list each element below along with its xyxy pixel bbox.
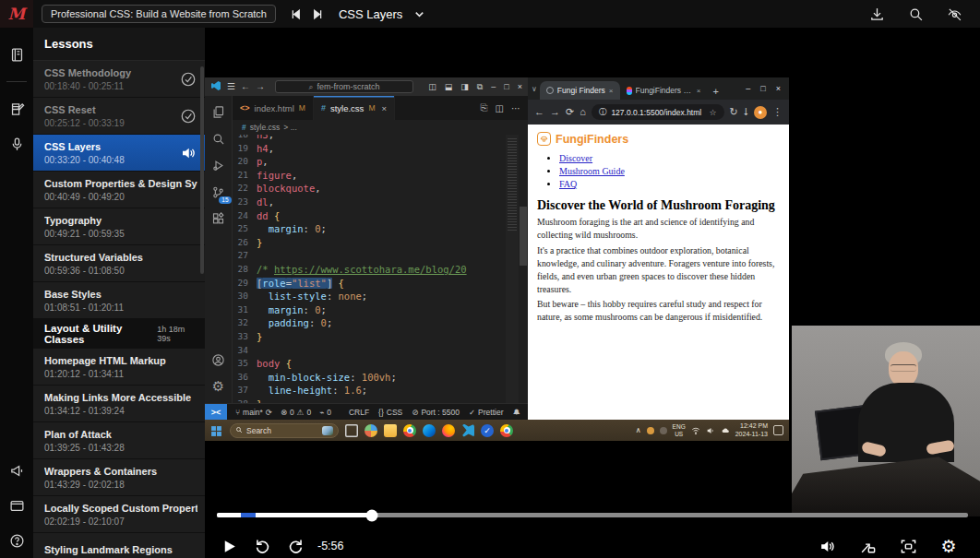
volume-icon[interactable] xyxy=(816,535,838,557)
layout-custom-icon[interactable]: ⧉ xyxy=(477,82,483,92)
layout-panel-icon[interactable]: ⬓ xyxy=(445,82,453,91)
editor-tab[interactable]: <>index.htmlM xyxy=(233,96,314,120)
todo-taskbar-icon[interactable]: ✓ xyxy=(481,424,494,437)
tray-app-icon-2[interactable] xyxy=(660,427,667,434)
chrome-profile-taskbar-icon[interactable] xyxy=(500,424,513,437)
browser-close-icon[interactable]: × xyxy=(776,84,781,93)
explorer-icon[interactable] xyxy=(209,101,229,122)
ports-status[interactable]: ⌁0 xyxy=(319,408,331,417)
eol-status[interactable]: CRLF xyxy=(349,408,369,417)
code-editor[interactable]: 18h3,19h4,20p,21figure,22blockquote,23dl… xyxy=(233,135,528,403)
lesson-item[interactable]: Styling Landmark Regions xyxy=(33,533,205,558)
next-lesson-icon[interactable] xyxy=(309,5,328,23)
browser-home-icon[interactable]: ⌂ xyxy=(580,107,586,117)
qa-icon[interactable] xyxy=(6,134,27,154)
forward-icon[interactable] xyxy=(284,535,306,557)
address-bar[interactable]: ⓘ 127.0.0.1:5500/index.html ☆ xyxy=(592,104,724,120)
firefox-taskbar-icon[interactable] xyxy=(442,424,455,437)
tab-search-icon[interactable]: ∨ xyxy=(532,85,537,93)
search-icon[interactable] xyxy=(906,5,925,23)
browser-maximize-icon[interactable]: □ xyxy=(760,84,765,93)
onedrive-icon[interactable] xyxy=(721,422,730,439)
bookmark-star-icon[interactable]: ☆ xyxy=(710,108,717,117)
more-actions-icon[interactable]: ⋯ xyxy=(511,103,520,113)
window-icon[interactable] xyxy=(6,495,27,516)
progress-bar[interactable] xyxy=(217,513,968,517)
new-tab-button[interactable]: + xyxy=(713,86,719,97)
edge-taskbar-icon[interactable] xyxy=(423,424,436,437)
browser-tab[interactable]: FungiFinders – Figma× xyxy=(620,81,708,100)
lesson-item[interactable]: Custom Properties & Design Sys...00:40:4… xyxy=(33,172,205,208)
tray-app-icon-1[interactable] xyxy=(647,427,654,434)
nav-link[interactable]: Discover xyxy=(559,153,592,163)
maximize-icon[interactable]: □ xyxy=(504,82,508,91)
minimize-icon[interactable]: – xyxy=(491,82,496,91)
downloads-icon[interactable]: ⭣ xyxy=(744,107,748,117)
run-debug-icon[interactable] xyxy=(209,155,229,175)
help-icon[interactable] xyxy=(6,530,27,551)
live-server-status[interactable]: ⊘Port : 5500 xyxy=(412,408,460,417)
site-info-icon[interactable]: ⓘ xyxy=(599,107,607,118)
nav-link[interactable]: Mushroom Guide xyxy=(559,166,625,176)
tray-clock[interactable]: 12:42 PM2024-11-13 xyxy=(735,422,768,438)
browser-reload-icon[interactable]: ⟳ xyxy=(566,107,574,117)
prettier-status[interactable]: ✓Prettier xyxy=(469,408,504,417)
extensions-puzzle-icon[interactable]: ↻ xyxy=(730,107,738,117)
play-icon[interactable] xyxy=(218,535,240,557)
search-activity-icon[interactable] xyxy=(209,128,229,148)
wifi-icon[interactable] xyxy=(691,422,700,439)
lesson-dropdown[interactable]: CSS Layers xyxy=(339,5,428,23)
profile-avatar[interactable]: ● xyxy=(754,106,767,119)
nav-link[interactable]: FAQ xyxy=(559,179,577,189)
nav-forward-icon[interactable]: → xyxy=(256,82,265,91)
browser-tab-close-icon[interactable]: × xyxy=(697,87,701,95)
menu-icon[interactable]: ☰ xyxy=(227,82,235,91)
layout-sidebar-icon[interactable]: ◫ xyxy=(428,82,436,91)
vscode-search-box[interactable]: ⌕fem-from-scratch xyxy=(275,80,413,93)
lessons-icon[interactable] xyxy=(6,44,27,65)
vscode-taskbar-icon[interactable] xyxy=(461,424,474,437)
browser-back-icon[interactable]: ← xyxy=(534,107,544,117)
editor-scrollbar[interactable] xyxy=(519,135,528,403)
prev-lesson-icon[interactable] xyxy=(287,5,305,23)
widgets-taskbar-icon[interactable] xyxy=(365,424,377,437)
announcements-icon[interactable] xyxy=(6,460,27,481)
lesson-item[interactable]: Wrappers & Containers01:43:29 - 02:02:18 xyxy=(33,459,205,496)
account-icon[interactable] xyxy=(209,350,229,370)
notes-icon[interactable] xyxy=(6,99,27,119)
video-stage[interactable]: ☰ ← → ⌕fem-from-scratch ◫ ⬓ ◨ ⧉ – □ × xyxy=(205,28,980,558)
download-icon[interactable] xyxy=(867,5,886,23)
popout-icon[interactable] xyxy=(856,535,878,557)
minimap[interactable] xyxy=(506,135,519,403)
layout-right-icon[interactable]: ◨ xyxy=(460,82,469,91)
frontend-masters-logo[interactable]: M xyxy=(0,0,33,28)
volume-tray-icon[interactable] xyxy=(706,422,715,439)
settings-gear-icon[interactable]: ⚙ xyxy=(209,376,229,397)
source-control-icon[interactable]: 15 xyxy=(209,182,229,202)
lesson-item[interactable]: Homepage HTML Markup01:20:12 - 01:34:11 xyxy=(33,349,205,386)
course-title-button[interactable]: Professional CSS: Build a Website from S… xyxy=(42,5,276,23)
rewind-icon[interactable] xyxy=(251,535,273,557)
breadcrumb[interactable]: # style.css > ... xyxy=(233,120,528,135)
taskbar-search-box[interactable]: Search xyxy=(230,423,339,438)
browser-menu-icon[interactable]: ⋮ xyxy=(772,107,783,117)
lesson-item[interactable]: CSS Layers00:33:20 - 00:40:48 xyxy=(33,135,205,172)
start-button-icon[interactable] xyxy=(210,424,223,437)
lesson-item[interactable]: Making Links More Accessible01:34:12 - 0… xyxy=(33,386,205,422)
lesson-item[interactable]: Base Styles01:08:51 - 01:20:11 xyxy=(33,282,205,319)
nav-back-icon[interactable]: ← xyxy=(241,82,250,91)
extensions-icon[interactable] xyxy=(209,208,229,229)
notification-center-icon[interactable] xyxy=(773,425,783,435)
progress-knob[interactable] xyxy=(366,509,378,521)
file-explorer-taskbar-icon[interactable] xyxy=(384,424,397,437)
branch-status[interactable]: ⑂main*⟳ xyxy=(235,408,272,417)
problems-status[interactable]: ⊗0⚠0 xyxy=(281,408,311,417)
browser-tab[interactable]: Fungi Finders× xyxy=(540,81,620,100)
lesson-item[interactable]: Typography00:49:21 - 00:59:35 xyxy=(33,208,205,245)
lesson-item[interactable]: Plan of Attack01:39:25 - 01:43:28 xyxy=(33,422,205,459)
lesson-item[interactable]: CSS Reset00:25:12 - 00:33:19 xyxy=(33,98,205,135)
editor-tab[interactable]: #style.cssM× xyxy=(314,96,395,120)
chrome-taskbar-icon[interactable] xyxy=(403,424,416,437)
theater-icon[interactable] xyxy=(897,535,919,557)
site-logo[interactable]: FungiFinders xyxy=(537,132,780,146)
